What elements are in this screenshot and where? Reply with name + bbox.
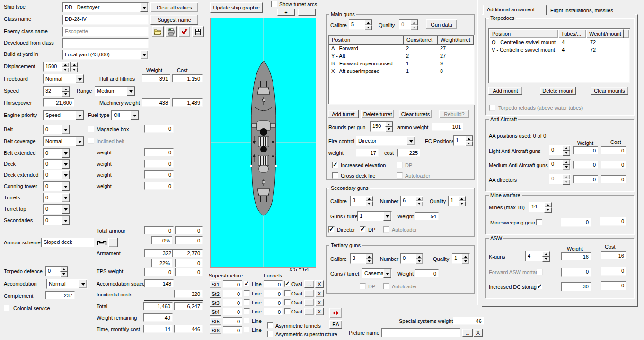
mirror-ship-button[interactable] bbox=[329, 308, 342, 318]
chevron-down-icon[interactable] bbox=[62, 205, 70, 214]
picture-name-input[interactable] bbox=[381, 328, 460, 337]
funnel-2-browse-button[interactable]: ... bbox=[304, 290, 314, 297]
turret-top-select[interactable]: 0 bbox=[43, 204, 70, 214]
funnel-3-delete-button[interactable]: X bbox=[315, 299, 324, 306]
superstructure-st5-line-checkbox[interactable] bbox=[244, 318, 250, 324]
increased-dc-storage-checkbox[interactable] bbox=[537, 284, 543, 290]
torpedoes-table[interactable]: Position Tubes/... Weight/mount Q - Cent… bbox=[488, 28, 630, 83]
chevron-down-icon[interactable] bbox=[383, 269, 391, 278]
superstructure-st3-button[interactable]: St3 bbox=[210, 299, 221, 307]
fc-positions-spinner[interactable]: 1 bbox=[453, 135, 473, 146]
freeboard-select[interactable]: Normal bbox=[43, 74, 84, 84]
displacement-fine-spinner[interactable] bbox=[70, 62, 78, 72]
asymmetric-superstructure-checkbox[interactable] bbox=[267, 331, 273, 337]
spinner-arrows-icon[interactable] bbox=[71, 62, 78, 71]
torpedo-defence-spinner[interactable]: 0 bbox=[45, 266, 68, 276]
colonial-service-checkbox[interactable] bbox=[4, 305, 10, 311]
spinner-arrows-icon[interactable] bbox=[364, 20, 372, 29]
superstructure-st1-line-checkbox[interactable] bbox=[244, 281, 250, 287]
funnel-1-oval-checkbox[interactable] bbox=[284, 281, 291, 287]
column-header-position[interactable]: Position bbox=[489, 29, 558, 38]
zoom-in-button[interactable]: + bbox=[277, 9, 295, 16]
chevron-down-icon[interactable] bbox=[62, 125, 70, 134]
zoom-out-button[interactable]: - bbox=[298, 9, 316, 16]
show-turret-arcs-checkbox[interactable] bbox=[271, 1, 277, 7]
belt-select[interactable]: 0 bbox=[43, 125, 70, 134]
secondary-quality-spinner[interactable]: 1 bbox=[448, 196, 466, 206]
picture-browse-button[interactable]: ... bbox=[462, 329, 473, 337]
superstructure-st4-button[interactable]: St4 bbox=[210, 308, 221, 316]
table-row[interactable]: Y - Aft 2 27 bbox=[329, 52, 474, 60]
superstructure-st3-line-checkbox[interactable] bbox=[244, 299, 250, 305]
chevron-down-icon[interactable] bbox=[62, 160, 70, 169]
chevron-down-icon[interactable] bbox=[62, 170, 70, 179]
increased-elevation-checkbox[interactable] bbox=[332, 162, 338, 168]
spinner-arrows-icon[interactable] bbox=[563, 145, 570, 155]
spinner-arrows-icon[interactable] bbox=[60, 267, 68, 276]
accomodation-select[interactable]: Normal bbox=[46, 279, 88, 289]
table-row[interactable]: A - Forward 2 27 bbox=[329, 45, 474, 52]
gun-data-button[interactable]: Gun data bbox=[426, 19, 457, 29]
light-aa-spinner[interactable]: 0 bbox=[549, 145, 571, 155]
chevron-down-icon[interactable] bbox=[62, 193, 70, 202]
secondary-dp-checkbox[interactable] bbox=[360, 226, 366, 233]
rounds-per-gun-spinner[interactable]: 150 bbox=[370, 121, 393, 132]
range-select[interactable]: Medium bbox=[95, 86, 135, 96]
tab-flight-installations[interactable]: Flight installations, missiles bbox=[547, 6, 635, 15]
column-header-weight-turret[interactable]: Weight/turret bbox=[438, 36, 474, 45]
chevron-down-icon[interactable] bbox=[383, 212, 391, 221]
funnel-3-browse-button[interactable]: ... bbox=[304, 299, 314, 306]
add-mount-button[interactable]: Add mount bbox=[488, 87, 522, 95]
superstructure-st2-line-checkbox[interactable] bbox=[244, 290, 250, 296]
validate-button[interactable] bbox=[178, 26, 190, 37]
spinner-arrows-icon[interactable] bbox=[385, 122, 393, 131]
funnel-4-browse-button[interactable]: ... bbox=[304, 308, 314, 315]
superstructure-st4-line-checkbox[interactable] bbox=[244, 308, 250, 314]
chevron-down-icon[interactable] bbox=[76, 111, 84, 120]
print-button[interactable] bbox=[165, 26, 177, 37]
save-button[interactable] bbox=[192, 26, 204, 37]
funnel-2-oval-checkbox[interactable] bbox=[284, 290, 291, 296]
spinner-arrows-icon[interactable] bbox=[465, 136, 473, 145]
spinner-arrows-icon[interactable] bbox=[563, 160, 570, 169]
ea-button[interactable]: EA bbox=[329, 320, 342, 329]
table-row[interactable]: B - Forward superimposed 1 9 bbox=[329, 60, 474, 67]
spinner-arrows-icon[interactable] bbox=[62, 87, 70, 96]
secondary-director-checkbox[interactable] bbox=[328, 226, 335, 233]
funnel-1-browse-button[interactable]: ... bbox=[304, 280, 314, 288]
secondary-guns-turret-select[interactable]: 1 bbox=[357, 211, 392, 221]
spinner-arrows-icon[interactable] bbox=[415, 254, 423, 263]
spinner-arrows-icon[interactable] bbox=[62, 62, 69, 71]
main-guns-table-header[interactable]: Position Guns/turret Weight/turret bbox=[329, 36, 474, 45]
secondary-calibre-spinner[interactable]: 3 bbox=[350, 196, 373, 206]
open-file-button[interactable] bbox=[152, 26, 164, 37]
chevron-down-icon[interactable] bbox=[62, 182, 70, 191]
spinner-arrows-icon[interactable] bbox=[415, 196, 423, 206]
chevron-down-icon[interactable] bbox=[62, 149, 70, 158]
add-turret-button[interactable]: Add turret bbox=[328, 110, 359, 118]
magazine-box-checkbox[interactable] bbox=[88, 126, 94, 132]
k-guns-spinner[interactable]: 4 bbox=[525, 251, 550, 261]
column-header-weight-mount[interactable]: Weight/mount bbox=[586, 29, 624, 38]
funnel-3-oval-checkbox[interactable] bbox=[284, 299, 291, 305]
cross-deck-fire-checkbox[interactable] bbox=[332, 172, 338, 179]
belt-extended-select[interactable]: 0 bbox=[43, 148, 70, 158]
minesweeping-gear-checkbox[interactable] bbox=[536, 219, 542, 225]
chevron-down-icon[interactable] bbox=[79, 279, 87, 288]
chevron-down-icon[interactable] bbox=[76, 137, 84, 146]
clear-turrets-button[interactable]: Clear turrets bbox=[399, 110, 432, 118]
chevron-down-icon[interactable] bbox=[76, 74, 84, 83]
spinner-arrows-icon[interactable] bbox=[458, 196, 466, 206]
torpedoes-table-header[interactable]: Position Tubes/... Weight/mount bbox=[489, 29, 629, 38]
tab-additional-armament[interactable]: Additional armament bbox=[483, 5, 547, 15]
superstructure-st5-button[interactable]: St5 bbox=[210, 317, 221, 325]
deck-extended-select[interactable]: 0 bbox=[43, 170, 70, 180]
funnel-4-oval-checkbox[interactable] bbox=[284, 308, 291, 314]
conning-tower-select[interactable]: 0 bbox=[43, 181, 70, 191]
engine-priority-select[interactable]: Speed bbox=[43, 110, 84, 120]
class-name-input[interactable]: DD-28-IV bbox=[62, 15, 149, 25]
funnel-1-delete-button[interactable]: X bbox=[315, 280, 324, 288]
delete-turret-button[interactable]: Delete turret bbox=[361, 110, 394, 118]
picture-clear-button[interactable]: X bbox=[474, 329, 483, 337]
clear-mounts-button[interactable]: Clear mounts bbox=[591, 87, 628, 95]
